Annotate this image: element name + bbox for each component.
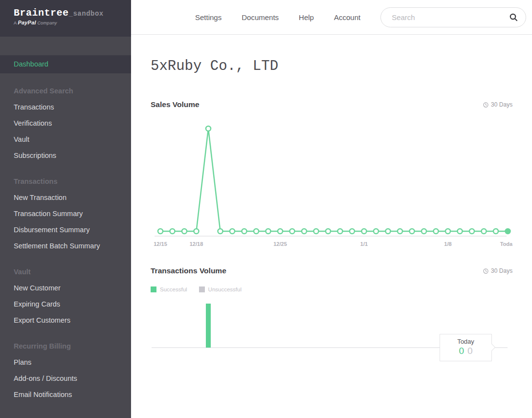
topnav-items: SettingsDocumentsHelpAccount (195, 13, 380, 22)
x-axis-tick-1-1: 1/1 (360, 241, 368, 247)
sales-point-1-8[interactable] (445, 229, 450, 234)
sidebar-item-expiring-cards[interactable]: Expiring Cards (0, 296, 131, 312)
sales-volume-section: Sales Volume 30 Days 12/1512/1812/251/11… (151, 100, 512, 248)
sidebar-section-title-vault: Vault (0, 264, 131, 280)
sales-point-1-1[interactable] (362, 229, 367, 234)
sales-point-12-21[interactable] (230, 229, 235, 234)
sales-point-12-30[interactable] (338, 229, 343, 234)
sidebar-section-advanced-search: Advanced SearchTransactionsVerifications… (0, 83, 131, 164)
sales-volume-header: Sales Volume 30 Days (151, 100, 512, 109)
legend: SuccessfulUnsuccessful (151, 286, 512, 292)
sidebar-sections: Advanced SearchTransactionsVerifications… (0, 83, 131, 403)
sidebar-item-new-customer[interactable]: New Customer (0, 280, 131, 296)
today-tooltip: Today 00 (440, 334, 492, 361)
sales-point-12-18[interactable] (194, 229, 199, 234)
sales-range-text: 30 Days (491, 101, 512, 108)
tagline-prefix: A (14, 21, 17, 25)
sales-point-12-19[interactable] (206, 126, 211, 131)
sales-point-12-24[interactable] (266, 229, 271, 234)
sales-point-12-26[interactable] (290, 229, 295, 234)
legend-item-successful: Successful (151, 286, 187, 292)
sidebar-section-title-recurring-billing: Recurring Billing (0, 338, 131, 354)
sales-point-today[interactable] (506, 229, 510, 234)
transactions-range-label: 30 Days (483, 267, 512, 274)
x-axis-tick-1-8: 1/8 (444, 241, 451, 247)
sidebar-item-dashboard[interactable]: Dashboard (0, 55, 131, 73)
brand-env-label: _sandbox (69, 10, 104, 18)
sales-point-1-12[interactable] (493, 229, 498, 234)
sales-point-12-31[interactable] (350, 229, 355, 234)
nav-item-documents[interactable]: Documents (242, 13, 279, 22)
sidebar-section-transactions: TransactionsNew TransactionTransaction S… (0, 174, 131, 254)
sales-range-label: 30 Days (483, 101, 512, 108)
sales-volume-chart: 12/1512/1812/251/11/8Today (151, 121, 512, 248)
sidebar-item-email-notifications[interactable]: Email Notifications (0, 387, 131, 403)
transactions-volume-section: Transactions Volume 30 Days SuccessfulUn… (151, 266, 512, 373)
search-input[interactable] (391, 13, 509, 22)
sales-point-12-17[interactable] (182, 229, 187, 234)
dashboard-content: 5xRuby Co., LTD Sales Volume 30 Days 12/… (131, 35, 532, 373)
sales-volume-title: Sales Volume (151, 100, 200, 109)
sales-point-1-2[interactable] (374, 229, 378, 234)
sidebar-item-add-ons-discounts[interactable]: Add-ons / Discounts (0, 371, 131, 387)
nav-item-account[interactable]: Account (334, 13, 360, 22)
brand-logo[interactable]: Braintree_sandbox A PayPal Company (0, 0, 131, 37)
successful-swatch (151, 286, 156, 292)
transactions-chart-area: Today 00 (151, 297, 512, 373)
sales-point-12-28[interactable] (314, 229, 319, 234)
sidebar-item-disbursement-summary[interactable]: Disbursement Summary (0, 222, 131, 238)
sales-point-1-11[interactable] (482, 229, 487, 234)
legend-item-unsuccessful: Unsuccessful (199, 286, 242, 292)
sales-point-1-9[interactable] (458, 229, 463, 234)
successful-bar-12-19[interactable] (206, 304, 211, 348)
x-axis-tick-today: Today (500, 241, 512, 247)
sales-point-12-27[interactable] (302, 229, 307, 234)
sidebar: Braintree_sandbox A PayPal Company Dashb… (0, 0, 131, 418)
transactions-volume-title: Transactions Volume (151, 266, 226, 275)
sidebar-item-vault[interactable]: Vault (0, 132, 131, 148)
nav-item-help[interactable]: Help (299, 13, 314, 22)
legend-label-unsuccessful: Unsuccessful (208, 286, 242, 292)
transactions-volume-header: Transactions Volume 30 Days (151, 266, 512, 275)
page-title: 5xRuby Co., LTD (151, 59, 512, 74)
sidebar-item-verifications[interactable]: Verifications (0, 115, 131, 132)
sidebar-item-subscriptions[interactable]: Subscriptions (0, 148, 131, 164)
sales-point-12-29[interactable] (326, 229, 331, 234)
sidebar-item-transaction-summary[interactable]: Transaction Summary (0, 206, 131, 222)
unsuccessful-swatch (199, 286, 205, 292)
sales-point-12-15[interactable] (158, 229, 163, 234)
sidebar-item-export-customers[interactable]: Export Customers (0, 312, 131, 329)
nav-item-settings[interactable]: Settings (195, 13, 222, 22)
app-root: Braintree_sandbox A PayPal Company Dashb… (0, 0, 532, 418)
sidebar-item-settlement-batch-summary[interactable]: Settlement Batch Summary (0, 238, 131, 254)
sales-line (160, 129, 508, 231)
sales-point-12-20[interactable] (218, 229, 223, 234)
sidebar-item-transactions[interactable]: Transactions (0, 99, 131, 115)
sales-point-12-22[interactable] (242, 229, 247, 234)
sales-point-1-10[interactable] (469, 229, 474, 234)
sidebar-item-plans[interactable]: Plans (0, 354, 131, 371)
clock-icon (483, 102, 488, 108)
sales-point-1-5[interactable] (410, 229, 415, 234)
sales-point-12-16[interactable] (170, 229, 175, 234)
tagline-suffix: Company (37, 21, 57, 25)
sales-point-1-6[interactable] (421, 229, 426, 234)
sales-point-12-25[interactable] (278, 229, 283, 234)
sidebar-section-vault: VaultNew CustomerExpiring CardsExport Cu… (0, 264, 131, 329)
legend-label-successful: Successful (160, 286, 187, 292)
search-box[interactable] (380, 7, 526, 27)
sales-point-1-3[interactable] (386, 229, 391, 234)
sales-point-1-4[interactable] (398, 229, 402, 234)
search-icon[interactable] (509, 13, 518, 22)
sidebar-item-new-transaction[interactable]: New Transaction (0, 190, 131, 206)
transactions-range-text: 30 Days (491, 267, 512, 274)
sales-point-12-23[interactable] (254, 229, 259, 234)
x-axis-tick-12-15: 12/15 (154, 241, 167, 247)
brand-tagline: A PayPal Company (14, 20, 131, 25)
tooltip-successful-count: 0 (459, 346, 464, 356)
tooltip-values: 00 (440, 346, 491, 356)
brand-wordmark: Braintree_sandbox (14, 8, 131, 19)
sales-point-1-7[interactable] (434, 229, 439, 234)
tooltip-unsuccessful-count: 0 (467, 346, 473, 356)
sidebar-nav: Dashboard Advanced SearchTransactionsVer… (0, 37, 131, 403)
